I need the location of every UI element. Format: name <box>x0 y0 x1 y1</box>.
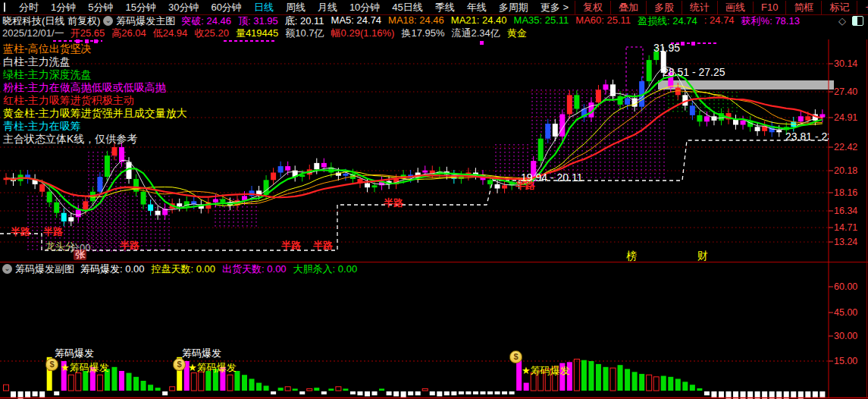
sub-axis-label-0: 60.00 <box>834 281 857 292</box>
chevron-down-icon[interactable]: ⌄ <box>2 264 12 274</box>
chart-annotation: 半路 <box>43 227 63 237</box>
title-icons: ◇ <box>838 15 863 27</box>
date-label: 2025/12/01/一 <box>2 27 64 40</box>
sub-indicator-values: 筹码爆发: 0.00控盘天数: 0.00出货天数: 0.00大胆杀入: 0.00 <box>80 262 364 276</box>
chart-annotation: 榜 <box>626 250 637 261</box>
period-tab-14[interactable]: 更多 > <box>534 1 575 14</box>
main-axis-label-2: 24.91 <box>834 112 857 123</box>
chart-annotation: 半路 <box>120 240 139 251</box>
chart-annotation: 半路 <box>281 240 301 251</box>
period-tab-4[interactable]: 30分钟 <box>162 1 205 14</box>
period-tab-6[interactable]: 日线 <box>248 1 280 14</box>
indicator-field-1: 顶: 31.95 <box>238 14 278 28</box>
chart-annotation: 31.95 <box>653 42 680 53</box>
toolbar-button-0[interactable]: 复权 <box>575 1 610 14</box>
sub-field-1: 控盘天数: 0.00 <box>152 262 216 276</box>
money-bag-icon: $ <box>509 350 522 363</box>
period-tab-10[interactable]: 45日线 <box>386 1 428 14</box>
period-tab-2[interactable]: 5分钟 <box>82 1 119 14</box>
legend-line-7: 主合状态立体K线，仅供参考 <box>3 133 187 146</box>
price-field-0: 开25.65 <box>71 27 105 40</box>
chart-annotation: 半路 <box>313 240 333 251</box>
app-window: 分时1分钟5分钟15分钟30分钟60分钟日线周线月线10分钟45日线季线年线多周… <box>0 0 868 399</box>
chart-annotation: 筹码爆发 <box>182 348 221 359</box>
chart-annotation: 财 <box>697 250 708 261</box>
chart-annotation: 半路 <box>515 181 535 191</box>
toolbar-button-7[interactable]: 标记 <box>821 1 857 14</box>
period-tabs: 分时1分钟5分钟15分钟30分钟60分钟日线周线月线10分钟45日线季线年线多周… <box>13 1 575 14</box>
main-axis-label-8: 13.24 <box>834 237 857 247</box>
indicator-field-8: 盈损线: 24.74 <box>638 14 697 28</box>
main-axis-label-1: 27.40 <box>834 86 857 97</box>
toolbar-button-6[interactable]: 简框 <box>785 1 821 14</box>
chart-annotation: 张 <box>74 250 86 260</box>
sub-indicator-name[interactable]: 筹码爆发副图 <box>15 262 74 276</box>
price-field-3: 收25.20 <box>194 27 229 40</box>
toolbar-button-8[interactable]: +自选 <box>857 1 868 14</box>
indicator-field-6: MA35: 25.11 <box>514 14 569 28</box>
toolbar-button-3[interactable]: 统计 <box>682 1 717 14</box>
chart-annotation: 半路 <box>11 227 30 237</box>
period-tab-7[interactable]: 周线 <box>280 1 312 14</box>
main-axis-label-6: 16.34 <box>834 206 857 216</box>
period-tab-3[interactable]: 15分钟 <box>119 1 161 14</box>
chart-annotation: 23.81 - 23 <box>785 131 829 142</box>
sub-axis-label-1: 45.00 <box>834 307 857 318</box>
price-values: 开25.65高26.04低24.94收25.20量419445额10.7亿幅0.… <box>71 27 527 40</box>
main-axis-label-5: 18.16 <box>834 187 857 198</box>
main-axis-label-0: 30.14 <box>834 58 857 69</box>
chart-annotation: 筹码爆发 <box>55 348 94 359</box>
sub-field-3: 大胆杀入: 0.00 <box>293 262 358 276</box>
money-bag-icon: $ <box>45 358 58 371</box>
indicator-field-2: 底: 20.11 <box>285 14 324 28</box>
title-bar: 晓程科技(日线 前复权) ⌄ 筹码爆发主图 突破: 24.46顶: 31.95底… <box>0 14 868 27</box>
legend-line-1: 白柱-主力洗盘 <box>3 55 187 68</box>
toolbar-button-5[interactable]: F10 <box>753 2 785 13</box>
indicator-field-10: 获利%: 78.13 <box>741 14 800 28</box>
period-tab-5[interactable]: 60分钟 <box>205 1 247 14</box>
period-tab-11[interactable]: 季线 <box>429 1 461 14</box>
sub-field-0: 筹码爆发: 0.00 <box>80 262 145 276</box>
chart-annotation: ★筹码爆发 <box>61 363 109 373</box>
legend-line-6: 青柱-主力在吸筹 <box>3 120 187 133</box>
diamond-icon[interactable]: ◇ <box>838 15 846 27</box>
legend-block: 蓝柱-高位出货坚决白柱-主力洗盘绿柱-主力深度洗盘粉柱-主力在做高抛低吸或低吸高… <box>3 42 187 146</box>
period-tab-9[interactable]: 10分钟 <box>343 1 386 14</box>
price-field-5: 额10.7亿 <box>285 27 324 40</box>
sub-field-2: 出货天数: 0.00 <box>222 262 287 276</box>
price-field-2: 低24.94 <box>153 27 188 40</box>
period-tab-12[interactable]: 年线 <box>461 1 493 14</box>
chart-annotation: ★筹码爆发 <box>522 366 570 376</box>
sub-axis-label-2: 30.00 <box>834 331 857 341</box>
money-bag-icon: $ <box>173 358 186 371</box>
price-field-6: 幅0.29(1.16%) <box>331 27 395 40</box>
toolbar-button-4[interactable]: 画线 <box>717 1 753 14</box>
indicator-field-5: MA21: 24.40 <box>451 14 507 28</box>
legend-line-3: 粉柱-主力在做高抛低吸或低吸高抛 <box>3 81 187 94</box>
chart-annotation: ★筹码爆发 <box>188 363 237 373</box>
main-indicator-name[interactable]: 筹码爆发主图 <box>116 14 175 28</box>
price-field-4: 量419445 <box>236 27 278 40</box>
chart-annotation: 28.51 - 27.25 <box>663 67 725 77</box>
window-icon[interactable] <box>4 2 5 12</box>
price-field-7: 换17.95% <box>401 27 444 40</box>
indicator-field-9: : 24.74 <box>704 14 735 28</box>
period-tab-0[interactable]: 分时 <box>13 1 45 14</box>
panel-layout-icon[interactable] <box>852 16 863 26</box>
toolbar-button-1[interactable]: 叠加 <box>610 1 646 14</box>
sub-axis-label-3: 15.00 <box>834 356 857 366</box>
legend-line-4: 红柱-主力吸筹进货积极主动 <box>3 94 187 107</box>
legend-line-5: 黄金柱-主力吸筹进货强并且成交量放大 <box>3 107 187 120</box>
indicator-field-3: MA5: 24.74 <box>331 14 382 28</box>
indicator-field-7: MA60: 25.11 <box>575 14 631 28</box>
legend-line-2: 绿柱-主力深度洗盘 <box>3 68 187 81</box>
main-axis-label-3: 22.42 <box>834 142 857 152</box>
period-tab-13[interactable]: 多周期 <box>493 1 534 14</box>
sub-chart-pane[interactable] <box>0 275 829 398</box>
legend-line-0: 蓝柱-高位出货坚决 <box>3 42 187 55</box>
chevron-down-icon[interactable]: ⌄ <box>103 16 113 26</box>
stock-name[interactable]: 晓程科技(日线 前复权) <box>2 14 100 28</box>
toolbar-button-2[interactable]: 多股 <box>646 1 682 14</box>
period-tab-8[interactable]: 月线 <box>312 1 343 14</box>
period-tab-1[interactable]: 1分钟 <box>45 1 82 14</box>
